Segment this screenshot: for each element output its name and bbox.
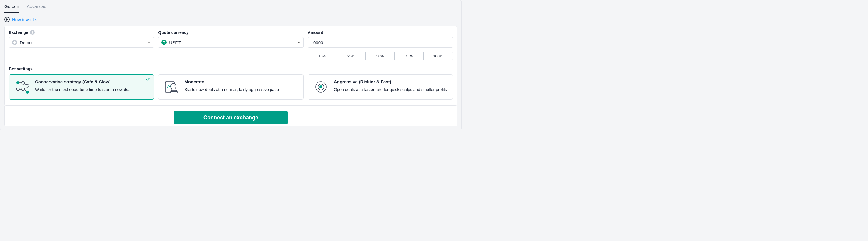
svg-line-7	[25, 83, 26, 85]
amount-label: Amount	[308, 30, 323, 35]
exchange-select[interactable]: Demo	[9, 37, 154, 48]
help-icon[interactable]: ?	[30, 30, 35, 35]
cta-row: Connect an exchange	[4, 106, 457, 126]
strategy-moderate-title: Moderate	[184, 79, 279, 84]
pct-25-button[interactable]: 25%	[337, 52, 366, 60]
strategy-aggressive-title: Aggressive (Riskier & Fast)	[334, 79, 447, 84]
svg-point-2	[26, 84, 29, 87]
config-card: Exchange ? Demo Quote currency	[4, 26, 457, 106]
quote-currency-label: Quote currency	[158, 30, 188, 35]
strategy-conservative-title: Conservative strategy (Safe & Slow)	[35, 79, 132, 84]
pct-50-button[interactable]: 50%	[366, 52, 395, 60]
strategy-aggressive-desc: Open deals at a faster rate for quick sc…	[334, 87, 447, 92]
quote-currency-field: Quote currency T USDT	[158, 30, 303, 60]
amount-input-wrapper	[308, 37, 453, 48]
svg-point-1	[22, 81, 25, 84]
tabs: Gordon Advanced	[0, 0, 461, 13]
svg-point-5	[26, 91, 29, 94]
chevron-down-icon	[298, 41, 300, 44]
svg-point-16	[319, 85, 322, 88]
amount-field: Amount 10% 25% 50% 75% 100%	[308, 30, 453, 60]
how-it-works-row: How it works	[0, 13, 461, 26]
target-icon	[313, 79, 329, 95]
how-it-works-link[interactable]: How it works	[12, 17, 37, 22]
exchange-field: Exchange ? Demo	[9, 30, 154, 60]
strategy-aggressive[interactable]: Aggressive (Riskier & Fast) Open deals a…	[308, 74, 453, 99]
amount-input[interactable]	[311, 37, 450, 48]
svg-point-11	[174, 85, 175, 85]
tab-gordon[interactable]: Gordon	[4, 2, 19, 13]
network-icon	[14, 79, 30, 95]
play-icon	[4, 17, 10, 22]
quote-currency-select[interactable]: T USDT	[158, 37, 303, 48]
pct-100-button[interactable]: 100%	[424, 52, 453, 60]
svg-line-9	[25, 90, 26, 91]
demo-icon	[12, 40, 18, 45]
percentage-buttons: 10% 25% 50% 75% 100%	[308, 52, 453, 60]
svg-rect-13	[171, 92, 177, 93]
strategy-moderate-desc: Starts new deals at a normal, fairly agg…	[184, 87, 279, 92]
tether-icon: T	[161, 40, 167, 45]
strategy-conservative[interactable]: Conservative strategy (Safe & Slow) Wait…	[9, 74, 154, 99]
tab-advanced[interactable]: Advanced	[27, 2, 46, 13]
strategy-moderate[interactable]: Moderate Starts new deals at a normal, f…	[158, 74, 303, 99]
chess-chart-icon	[164, 79, 179, 95]
bot-settings-label: Bot settings	[9, 67, 453, 71]
chevron-down-icon	[148, 41, 151, 44]
svg-point-0	[17, 81, 20, 84]
check-icon	[146, 77, 150, 82]
exchange-label: Exchange	[9, 30, 28, 35]
pct-10-button[interactable]: 10%	[308, 52, 337, 60]
quote-currency-value: USDT	[169, 40, 181, 45]
svg-point-3	[17, 88, 20, 91]
connect-exchange-button[interactable]: Connect an exchange	[174, 111, 288, 124]
exchange-value: Demo	[20, 40, 31, 45]
svg-point-4	[22, 88, 25, 91]
strategy-conservative-desc: Waits for the most opportune time to sta…	[35, 87, 132, 92]
pct-75-button[interactable]: 75%	[395, 52, 424, 60]
